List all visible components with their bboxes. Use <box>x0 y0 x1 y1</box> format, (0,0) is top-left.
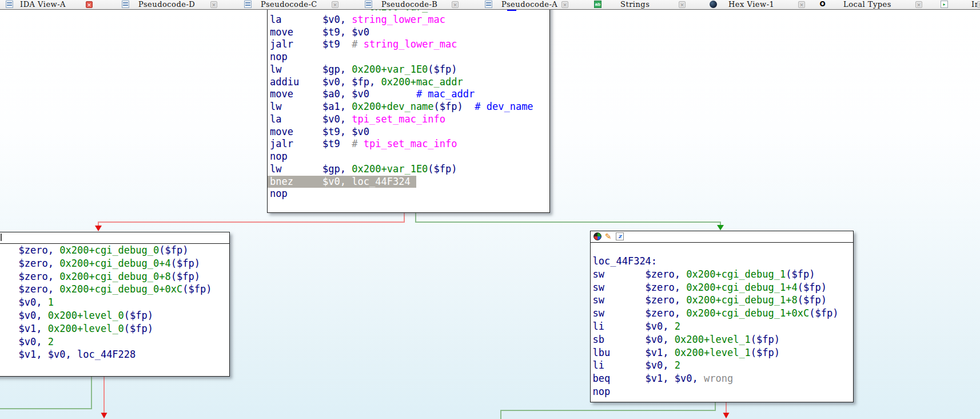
tab-pseudocode-d[interactable]: Pseudocode-D✕ <box>111 0 237 9</box>
asm-line[interactable]: nop <box>593 385 854 398</box>
code-segment: lbu $v1, <box>593 347 675 358</box>
code-segment: wrong <box>704 373 733 384</box>
code-segment: # dev_name <box>463 101 533 112</box>
node-frame-icon[interactable]: z <box>616 232 624 240</box>
code-segment: ($fp) <box>786 268 815 280</box>
code-segment: move $a0, $v0 <box>270 88 369 100</box>
asm-line[interactable]: sb $v0, 0x200+level_1($fp) <box>593 333 854 346</box>
code-segment: 0x200+cgi_debug_1+0xC <box>686 307 809 319</box>
tab-local-types[interactable]: OLocal Types✕ <box>817 0 935 9</box>
code-segment: 1 <box>48 297 54 308</box>
code-segment: 0x200+level_1 <box>675 334 751 345</box>
asm-line[interactable]: lw $a1, 0x200+dev_name($fp) # dev_name <box>270 101 549 113</box>
code-segment: $v1, <box>0 323 48 334</box>
asm-line[interactable]: lw $gp, 0x200+var_1E0($fp) <box>270 163 549 176</box>
code-segment: move $t9, $v0 <box>270 26 369 38</box>
asm-line[interactable]: addiu $v0, $fp, 0x200+mac_addr <box>270 76 549 89</box>
asm-line[interactable]: sw $zero, 0x200+cgi_debug_1($fp) <box>593 268 854 281</box>
asm-line[interactable]: jalr $t9 # string_lower_mac <box>270 38 549 51</box>
view-icon <box>485 1 492 8</box>
tab-close-button[interactable]: ✕ <box>452 1 459 8</box>
asm-line[interactable]: move $t9, $v0 <box>270 26 549 39</box>
tab-close-button[interactable]: ✕ <box>977 1 980 8</box>
tab-pseudocode-c[interactable]: Pseudocode-C✕ <box>236 0 358 9</box>
asm-line[interactable]: $v1, 0x200+level_0($fp) <box>0 322 229 335</box>
arrow-right-exit-red <box>723 413 730 418</box>
view-icon <box>365 1 372 8</box>
asm-line[interactable]: nop <box>270 188 549 200</box>
tab-close-button[interactable]: ✕ <box>86 1 93 8</box>
asm-line[interactable]: loc_44F324: <box>593 255 854 268</box>
tab-hex-view-1[interactable]: Hex View-1✕ <box>695 0 818 9</box>
asm-line[interactable]: $zero, 0x200+cgi_debug_0+4($fp) <box>0 257 229 270</box>
code-segment: sb $v0, <box>593 334 675 345</box>
code-segment: nop <box>270 151 288 162</box>
asm-line[interactable]: sw $zero, 0x200+cgi_debug_1+8($fp) <box>593 294 854 307</box>
tab-close-button[interactable]: ✕ <box>332 1 338 8</box>
asm-line[interactable]: $zero, 0x200+cgi_debug_0+8($fp) <box>0 270 229 283</box>
code-segment: 0x200+cgi_debug_0 <box>59 244 159 256</box>
code-segment: 0x200+dev_name <box>352 101 433 112</box>
node-edit-icon[interactable]: ✎ <box>605 232 613 240</box>
code-segment: ($fp) <box>124 323 153 334</box>
tab-close-button[interactable]: ✕ <box>915 1 922 8</box>
asm-line[interactable]: sw $zero, 0x200+cgi_debug_1+0xC($fp) <box>593 307 854 320</box>
tab-close-button[interactable]: ✕ <box>210 1 217 8</box>
imports-icon: ▸ <box>941 1 948 8</box>
asm-line[interactable]: $zero, 0x200+cgi_debug_0+0xC($fp) <box>0 283 229 296</box>
tab-strings[interactable]: abStrings✕ <box>580 0 695 9</box>
code-segment: 2 <box>675 321 680 332</box>
code-segment: ($fp) <box>434 101 463 112</box>
asm-line[interactable]: bnez $v0, loc_44F324 <box>270 176 549 188</box>
asm-line[interactable]: nop <box>270 51 549 64</box>
code-segment: ($fp) <box>171 258 200 269</box>
tab-label: IDA View-A <box>20 0 66 9</box>
asm-line[interactable]: lw $gp, 0x200+var_1E0($fp) <box>270 64 549 76</box>
asm-line[interactable]: li $v0, 2 <box>593 359 854 372</box>
tab-close-button[interactable]: ✕ <box>561 1 568 8</box>
arrow-true-right <box>717 225 724 231</box>
code-segment: # <box>352 138 363 149</box>
code-segment: ($fp) <box>159 244 188 256</box>
hex-icon <box>710 1 717 8</box>
asm-line[interactable]: $v0, 0x200+level_0($fp) <box>0 309 229 322</box>
tab-close-button[interactable]: ✕ <box>679 1 686 8</box>
tab-close-button[interactable]: ✕ <box>798 1 805 8</box>
tab-label: Pseudocode-A <box>501 0 557 9</box>
basic-block-right: ✎ z loc_44F324:sw $zero, 0x200+cgi_debug… <box>590 231 854 402</box>
asm-line[interactable]: $v1, $v0, loc_44F228 <box>0 348 229 361</box>
node-color-icon[interactable] <box>593 232 601 240</box>
tab-imports[interactable]: ▸Imports✕ <box>934 0 980 9</box>
asm-line[interactable]: $zero, 0x200+cgi_debug_0($fp) <box>0 244 229 257</box>
code-segment: ($fp) <box>751 347 780 358</box>
code-segment: $v0, <box>0 336 48 347</box>
asm-line[interactable]: la $v0, tpi_set_mac_info <box>270 113 549 126</box>
asm-line[interactable]: move $t9, $v0 <box>270 126 549 139</box>
code-segment: addiu $v0, $fp, <box>270 76 381 88</box>
asm-line[interactable]: $v0, 1 <box>0 296 229 309</box>
asm-line[interactable]: sw $zero, 0x200+cgi_debug_1+4($fp) <box>593 281 854 294</box>
code-segment: 0x200+level_0 <box>48 310 124 321</box>
asm-line[interactable]: li $v0, 2 <box>593 320 854 333</box>
view-icon <box>244 1 252 8</box>
code-lines: $zero, 0x200+cgi_debug_0($fp) $zero, 0x2… <box>0 244 229 361</box>
code-segment: 0x200+cgi_debug_1+4 <box>686 282 797 293</box>
asm-line[interactable]: move $a0, $v0 # mac_addr <box>270 88 549 101</box>
tab-pseudocode-b[interactable]: Pseudocode-B✕ <box>357 0 478 9</box>
code-segment: 0x200+level_0 <box>48 323 124 334</box>
code-segment: $v0, <box>0 310 48 321</box>
edge-left-exit-green <box>0 377 91 409</box>
tab-pseudocode-a[interactable]: Pseudocode-A✕ <box>477 0 581 9</box>
asm-line[interactable]: beq $v1, $v0, wrong <box>593 372 854 385</box>
asm-line[interactable]: lbu $v1, 0x200+level_1($fp) <box>593 346 854 359</box>
asm-line[interactable]: $v0, 2 <box>0 335 229 349</box>
tab-ida-view-a[interactable]: IDA View-A✕ <box>0 0 112 9</box>
code-segment: li $v0, <box>593 359 675 371</box>
code-segment: beq $v1, $v0, <box>593 373 704 384</box>
tab-label: Pseudocode-B <box>381 0 437 9</box>
asm-line[interactable]: la $v0, string_lower_mac <box>270 14 549 26</box>
code-segment: la <box>270 14 322 25</box>
asm-line[interactable]: jalr $t9 # tpi_set_mac_info <box>270 138 549 151</box>
asm-line[interactable]: nop <box>270 151 549 163</box>
code-segment: 0x200+mac_addr <box>381 76 463 88</box>
